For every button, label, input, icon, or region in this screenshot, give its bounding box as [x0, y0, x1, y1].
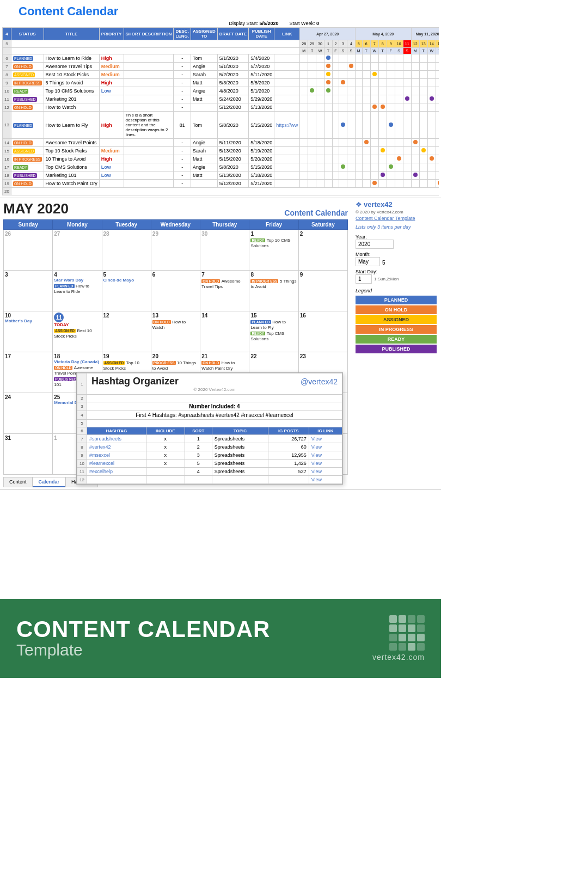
cell-priority-3: High [99, 79, 124, 87]
gantt-empty-cell [411, 180, 419, 188]
cell-priority-11: Low [99, 163, 124, 171]
ht-cell-topic: Spreadsheets [212, 460, 268, 468]
tab-content[interactable]: Content [3, 477, 33, 487]
gantt-empty-cell [411, 103, 419, 112]
gantt-empty-cell [332, 155, 339, 163]
gantt-empty-cell [347, 54, 355, 63]
gantt-empty-cell [403, 54, 411, 63]
cal-today-num: 11 [54, 313, 64, 322]
gantt-empty-cell [419, 112, 427, 139]
gantt-empty-cell [378, 63, 387, 71]
col-priority: PRIORITY [99, 28, 124, 40]
month-label: Month: [356, 252, 380, 257]
gantt-empty-cell [411, 155, 419, 163]
cell-draft-10: 5/15/2020 [217, 155, 249, 163]
cell-len-3: - [174, 79, 191, 87]
cal-event-label: ON HOLD [201, 279, 220, 283]
gantt-empty-cell [308, 155, 316, 163]
gantt-day-3: 3 [339, 40, 347, 48]
cal-cell-w1d6: 9 [298, 271, 347, 311]
year-input[interactable] [356, 240, 394, 249]
mtwt-S3: S [395, 48, 403, 54]
cell-link-7: https://ww [274, 112, 300, 139]
gantt-empty-cell [370, 139, 378, 147]
gantt-empty-cell [395, 163, 403, 171]
cell-title-13: How to Watch Paint Dry [44, 180, 99, 188]
mtwt-M1: M [300, 48, 308, 54]
gantt-empty-cell [308, 163, 316, 171]
tab-calendar[interactable]: Calendar [33, 477, 66, 487]
mtwt-W2: W [370, 48, 378, 54]
display-start-value: 5/5/2020 [260, 21, 279, 26]
month-input[interactable] [356, 257, 380, 266]
gantt-empty-cell [411, 112, 419, 139]
gantt-empty-cell [427, 103, 436, 112]
gantt-empty-cell [378, 87, 387, 95]
gantt-dot-cell [339, 79, 347, 87]
gantt-empty-cell [308, 79, 316, 87]
cell-draft-11: 5/8/2020 [217, 163, 249, 171]
col-draft: DRAFT DATE [217, 28, 249, 40]
gantt-dot-cell [324, 87, 332, 95]
cal-day-num: 16 [300, 313, 346, 318]
gantt-empty-cell [308, 63, 316, 71]
gantt-empty-cell [316, 171, 324, 180]
cal-day-num: 6 [152, 272, 199, 278]
ht-col-hashtag: HASHTAG [87, 427, 146, 435]
gantt-empty-cell [436, 139, 439, 147]
gantt-empty-cell [395, 180, 403, 188]
ht-cell-sort: 2 [185, 443, 212, 451]
cell-link-12 [274, 171, 300, 180]
gantt-empty-cell [339, 171, 347, 180]
cell-publish-10: 5/20/2020 [249, 155, 274, 163]
ht-col-posts: IG POSTS [268, 427, 309, 435]
cal-day-num: 21 [201, 353, 248, 359]
gantt-empty-cell [387, 95, 395, 103]
hashtag-table: 1 Hashtag Organizer @vertex42 © 2020 Ver… [77, 373, 342, 484]
col-len: DESC.LENG. [174, 28, 191, 40]
ht-row: 8 #vertex42 x 2 Spreadsheets 60 View [77, 443, 342, 451]
gantt-empty-cell [411, 63, 419, 71]
row-num-17: 17 [3, 163, 11, 171]
gantt-empty-cell [355, 139, 362, 147]
gantt-empty-cell [436, 71, 439, 79]
ht-cell-tag: #msexcel [87, 451, 146, 460]
gantt-empty-cell [324, 95, 332, 103]
cell-assigned-4: Angie [191, 87, 217, 95]
ht-row: 11 #excelhelp 4 Spreadsheets 527 View [77, 468, 342, 476]
cell-status-7: PLANNED [11, 112, 44, 139]
row-num-7: 7 [3, 63, 11, 71]
gantt-dot [381, 148, 385, 152]
ht-col-topic: TOPIC [212, 427, 268, 435]
gantt-empty-cell [403, 147, 411, 155]
gantt-dot-cell [395, 155, 403, 163]
cell-status-3: IN PROGRESS [11, 79, 44, 87]
cell-assigned-8: Angie [191, 139, 217, 147]
ht-rn-5: 5 [77, 420, 87, 427]
gantt-empty-cell [427, 171, 436, 180]
cell-title-1: Awesome Travel Tips [44, 63, 99, 71]
sidebar-template-link[interactable]: Content Calendar Template [356, 216, 437, 221]
gantt-dot-cell [347, 63, 355, 71]
cell-status-8: ON HOLD [11, 139, 44, 147]
gantt-empty-cell [316, 54, 324, 63]
cell-link-13 [274, 180, 300, 188]
gantt-dot-cell [362, 139, 370, 147]
gantt-empty-cell [300, 71, 308, 79]
gantt-empty-cell [436, 112, 439, 139]
row-num-header: 4 [3, 28, 11, 40]
cal-event-label: PLANN ED [54, 284, 74, 288]
row-num-18: 18 [3, 171, 11, 180]
cell-draft-0: 5/1/2020 [217, 54, 249, 63]
cell-title-0: How to Learn to Ride [44, 54, 99, 63]
gantt-dot [438, 181, 439, 185]
cell-len-9: - [174, 147, 191, 155]
gantt-empty-cell [308, 180, 316, 188]
gantt-empty-cell [419, 54, 427, 63]
gantt-empty-cell [324, 112, 332, 139]
priority-high: High [101, 156, 112, 162]
cell-assigned-1: Angie [191, 63, 217, 71]
cal-day-num: 9 [300, 272, 346, 278]
startday-input[interactable] [356, 274, 372, 284]
ht-cell-tag: #spreadsheets [87, 435, 146, 443]
